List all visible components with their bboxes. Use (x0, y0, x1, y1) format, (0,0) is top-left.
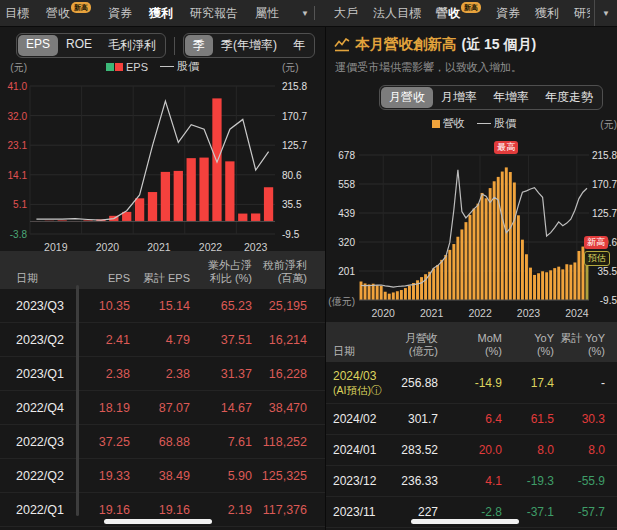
table-row: 2024/01283.5220.08.08.0 (326, 435, 617, 466)
nav-item[interactable]: 營收新高 (436, 5, 481, 22)
value-cell: 8.0 (554, 443, 611, 457)
period-tab[interactable]: 年 (285, 35, 313, 56)
eps-chart-plot[interactable] (30, 86, 276, 236)
revenue-title-range: (近 15 個月) (462, 36, 537, 54)
date-line: 2023/11 (333, 505, 376, 519)
value-cell: 17.4 (502, 376, 554, 390)
revenue-controls: 月營收月增率年增率年度走勢 (379, 85, 603, 110)
date-cell: 2022/Q1 (0, 503, 78, 517)
axis-tick: 215.8 (589, 150, 617, 161)
value-cell: 30.3 (554, 412, 611, 426)
value-cell: 65.23 (190, 299, 252, 313)
period-tab[interactable]: 季(年增率) (213, 35, 285, 56)
value-cell: 38.49 (130, 469, 190, 483)
nav-item[interactable]: 研究報告 (190, 5, 238, 22)
metric-tab[interactable]: EPS (18, 35, 58, 56)
nav-item[interactable]: 研究 (574, 5, 590, 22)
period-tab[interactable]: 季 (185, 35, 213, 56)
home-indicator-right[interactable] (411, 519, 519, 524)
nav-item[interactable]: 獲利 (535, 5, 559, 22)
nav-item[interactable]: 資券 (108, 5, 132, 22)
column-header-line: 累計 YoY (554, 332, 605, 345)
value-cell: 37.25 (78, 435, 130, 449)
nav-item[interactable]: 大戶 (334, 5, 358, 22)
value-cell: 68.88 (130, 435, 190, 449)
table-row: 2024/02301.76.461.530.3 (326, 404, 617, 435)
nav-item[interactable]: 法人目標 (373, 5, 421, 22)
table-row: 2023/Q22.414.7937.5116,214 (0, 323, 325, 357)
axis-tick: (元) (282, 61, 322, 75)
value-cell: -14.9 (438, 376, 502, 390)
top-nav-left: 目標營收新高資券獲利研究報告屬性 (5, 0, 291, 26)
nav-item-label: 營收 (436, 5, 460, 22)
nav-item[interactable]: 獲利 (149, 5, 173, 22)
column-header-line: 稅前淨利 (252, 259, 307, 272)
column-header-line: (百萬) (252, 272, 307, 285)
value-cell: 61.5 (502, 412, 554, 426)
value-cell: 2.41 (78, 333, 130, 347)
legend-revenue-label: 營收 (443, 116, 465, 131)
revenue-tab[interactable]: 月營收 (381, 87, 433, 108)
nav-item-label: 資券 (108, 5, 132, 22)
date-cell: 2024/02 (326, 412, 388, 426)
axis-tick: 125.7 (589, 208, 617, 219)
nav-more-right-icon[interactable]: ▼ (594, 0, 617, 26)
revenue-chart-plot[interactable] (359, 155, 590, 302)
date-cell: 2024/01 (326, 443, 388, 457)
nav-item[interactable]: 屬性 (255, 5, 279, 22)
column-header-line: 日期 (333, 345, 388, 358)
column-header-line: (%) (554, 345, 605, 358)
revenue-tab[interactable]: 月增率 (433, 87, 485, 108)
new-high-badge: 新高 (584, 236, 608, 249)
nav-more-left-icon[interactable]: ▼ (294, 0, 316, 26)
revenue-tabs: 月營收月增率年增率年度走勢 (379, 85, 603, 110)
eps-chart: EPS 股價 41.032.023.114.15.1-3.8(元)(元)215.… (0, 56, 325, 252)
revenue-title-row: 本月營收創新高 (近 15 個月) (334, 35, 536, 54)
value-cell: 16,228 (252, 367, 316, 381)
new-high-badge: 新高 (71, 2, 91, 13)
value-cell: 19.16 (78, 503, 130, 517)
value-cell: -19.3 (502, 474, 554, 488)
date-line-2: (AI預估)ⓘ (333, 383, 388, 397)
revenue-chart-legend: 營收 股價 (359, 116, 589, 131)
column-header-line: MoM (438, 332, 502, 345)
column-header-line: 日期 (16, 272, 78, 285)
date-cell: 2023/Q1 (0, 367, 78, 381)
column-header-line: EPS (78, 272, 130, 285)
nav-item[interactable]: 營收新高 (46, 5, 91, 22)
legend-eps: EPS (106, 61, 148, 73)
value-cell: 7.61 (190, 435, 252, 449)
value-cell: -55.9 (554, 474, 611, 488)
metric-tab[interactable]: 毛利淨利 (100, 35, 164, 56)
axis-tick: 35.5 (589, 266, 617, 277)
column-header: EPS (78, 272, 130, 285)
home-indicator-left[interactable] (104, 519, 212, 524)
value-cell: 5.90 (190, 469, 252, 483)
nav-item[interactable]: 目標 (5, 5, 29, 22)
axis-tick: (元) (589, 118, 617, 132)
value-cell: 19.16 (130, 503, 190, 517)
axis-tick: 320 (326, 237, 355, 248)
revenue-tab[interactable]: 年度走勢 (537, 87, 601, 108)
nav-divider (314, 6, 315, 20)
table-row: 2023/Q310.3515.1465.2325,195 (0, 289, 325, 323)
nav-item-label: 獲利 (149, 5, 173, 22)
axis-tick: 23.1 (0, 140, 27, 151)
x-axis-label: 2021 (420, 307, 443, 319)
value-cell: 18.19 (78, 401, 130, 415)
eps-chart-legend: EPS 股價 (30, 59, 275, 74)
legend-eps-label: EPS (126, 61, 148, 73)
value-cell: 87.07 (130, 401, 190, 415)
axis-tick: 14.1 (0, 170, 27, 181)
date-cell: 2023/12 (326, 474, 388, 488)
table-row: 2023/Q12.382.3831.3716,228 (0, 357, 325, 391)
table-row: 2022/Q418.1987.0714.6738,470 (0, 391, 325, 425)
value-cell: 8.0 (502, 443, 554, 457)
nav-item[interactable]: 資券 (496, 5, 520, 22)
metric-tab[interactable]: ROE (58, 35, 100, 56)
revenue-tab[interactable]: 年增率 (485, 87, 537, 108)
date-line: 2024/01 (333, 443, 376, 457)
axis-tick: 5.1 (0, 199, 27, 210)
date-line: 2023/12 (333, 474, 376, 488)
price-line-swatch-icon (160, 66, 174, 67)
